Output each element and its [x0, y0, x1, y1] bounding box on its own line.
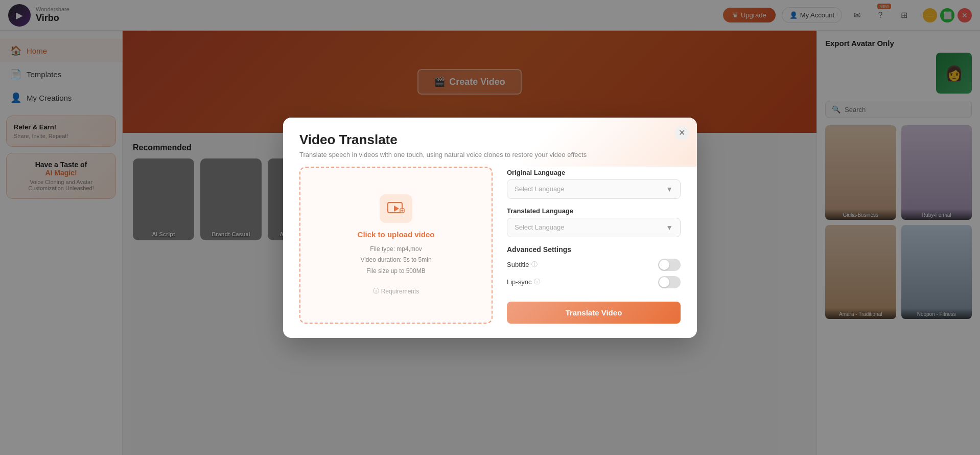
original-language-label: Original Language: [507, 169, 681, 176]
upload-requirements[interactable]: ⓘ Requirements: [373, 287, 419, 295]
modal-close-button[interactable]: ✕: [674, 126, 689, 140]
advanced-settings-label: Advanced Settings: [507, 245, 681, 254]
modal-title: Video Translate: [299, 132, 681, 148]
original-language-placeholder: Select Language: [515, 185, 565, 193]
advanced-settings: Advanced Settings Subtitle ⓘ Lip-sync ⓘ: [507, 245, 681, 293]
translated-language-select[interactable]: Select Language ▼: [507, 218, 681, 237]
svg-marker-1: [394, 206, 399, 212]
upload-zone[interactable]: Click to upload video File type: mp4,mov…: [299, 167, 493, 324]
lip-sync-info-icon[interactable]: ⓘ: [534, 278, 540, 286]
translated-language-placeholder: Select Language: [515, 223, 565, 231]
upload-info: File type: mp4,mov Video duration: 5s to…: [360, 244, 431, 277]
modal-header: Video Translate Translate speech in vide…: [283, 118, 697, 167]
upload-svg: [387, 199, 405, 218]
subtitle-info-icon[interactable]: ⓘ: [531, 260, 538, 269]
translate-video-button[interactable]: Translate Video: [507, 302, 681, 324]
modal-right: Original Language Select Language ▼ Tran…: [507, 167, 681, 324]
lip-sync-toggle[interactable]: [658, 276, 681, 288]
modal-subtitle: Translate speech in videos with one touc…: [299, 151, 681, 158]
subtitle-row: Subtitle ⓘ: [507, 259, 681, 271]
question-icon: ⓘ: [373, 287, 379, 295]
translated-language-field: Translated Language Select Language ▼: [507, 207, 681, 237]
upload-icon: [380, 194, 412, 223]
lip-sync-label: Lip-sync ⓘ: [507, 278, 540, 286]
subtitle-label: Subtitle ⓘ: [507, 260, 538, 269]
translated-language-label: Translated Language: [507, 207, 681, 215]
lip-sync-row: Lip-sync ⓘ: [507, 276, 681, 288]
original-language-select[interactable]: Select Language ▼: [507, 179, 681, 199]
original-language-field: Original Language Select Language ▼: [507, 169, 681, 199]
chevron-down-icon: ▼: [666, 185, 673, 193]
chevron-down-icon-2: ▼: [666, 223, 673, 232]
subtitle-toggle[interactable]: [658, 259, 681, 271]
modal-body: Click to upload video File type: mp4,mov…: [283, 167, 697, 338]
modal-overlay[interactable]: Video Translate Translate speech in vide…: [0, 0, 980, 455]
video-translate-modal: Video Translate Translate speech in vide…: [283, 118, 697, 338]
upload-click-label: Click to upload video: [358, 230, 435, 239]
